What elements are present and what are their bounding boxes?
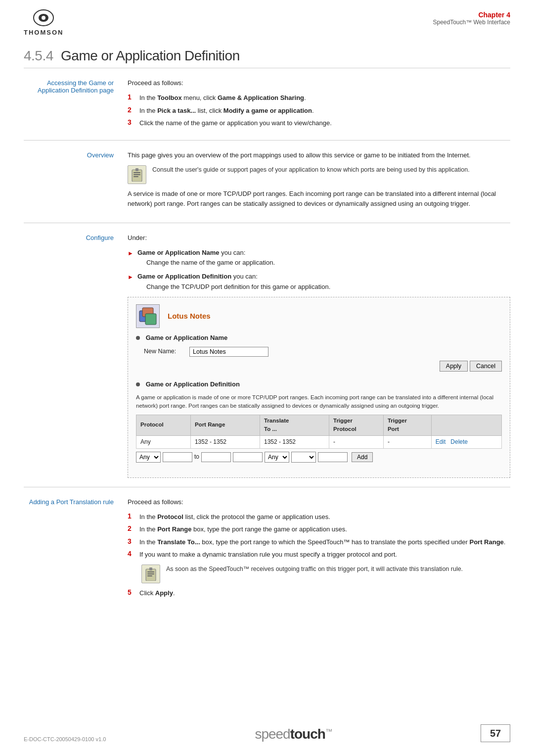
title-text: Game or Application Definition	[61, 48, 240, 63]
note-icon	[128, 165, 146, 184]
step-1: 1 In the Toolbox menu, click Game & Appl…	[128, 93, 510, 103]
bullet-dot-2	[136, 382, 140, 386]
step-1-num: 1	[128, 93, 136, 101]
page-number: 57	[481, 724, 510, 742]
accessing-label-text: Accessing the Game or Application Defini…	[38, 79, 114, 94]
sub-section-def-header: Game or Application Definition	[136, 379, 502, 389]
edit-link[interactable]: Edit	[436, 438, 446, 445]
svg-rect-12	[147, 571, 154, 572]
sub-section-def-label: Game or Application Definition	[146, 380, 240, 388]
footer-logo: speedtouch™	[106, 726, 481, 742]
page-footer: E-DOC-CTC-20050429-0100 v1.0 speedtouch™…	[0, 724, 534, 742]
adding-step-5-list: 5 Click Apply.	[128, 588, 510, 598]
svg-rect-4	[134, 172, 140, 173]
app-box-icon	[136, 304, 160, 328]
overview-para1: This page gives you an overview of the p…	[128, 150, 510, 160]
configure-item-1-text: Game or Application Name you can: Change…	[137, 248, 275, 268]
new-name-input[interactable]	[189, 347, 268, 357]
table-header-row: Protocol Port Range TranslateTo ... Trig…	[136, 415, 502, 436]
accessing-content: Proceed as follows: 1 In the Toolbox men…	[128, 78, 510, 131]
delete-link[interactable]: Delete	[450, 438, 468, 445]
protocol-select[interactable]: Any TCP UDP	[136, 452, 161, 463]
arrow-icon-2: ►	[128, 273, 134, 282]
add-button[interactable]: Add	[352, 452, 373, 462]
table-row: Any 1352 - 1352 1352 - 1352 - - Edit Del…	[136, 436, 502, 449]
configure-label: Configure	[24, 233, 128, 478]
col-trigger-port: TriggerPort	[383, 415, 431, 436]
trigger-protocol-select[interactable]: Any TCP UDP	[265, 452, 289, 463]
bullet-dot-1	[136, 336, 140, 340]
add-row: Any TCP UDP to Any TCP UDP	[136, 452, 502, 463]
overview-note-box: Consult the user's guide or support page…	[128, 165, 510, 184]
lotus-notes-icon	[138, 307, 157, 326]
notepad-icon-2	[144, 567, 158, 581]
col-protocol: Protocol	[136, 415, 191, 436]
app-box-name: Lotus Notes	[168, 310, 211, 322]
port-table: Protocol Port Range TranslateTo ... Trig…	[136, 415, 502, 449]
app-box-title: Lotus Notes	[136, 304, 502, 328]
configure-item-1-sub: Change the name of the game or applicati…	[146, 258, 275, 268]
cell-translate-to: 1352 - 1352	[260, 436, 329, 449]
port-to-input[interactable]	[201, 452, 231, 462]
adding-step-4-text: If you want to make a dynamic translatio…	[139, 550, 397, 560]
adding-step-5-text: Click Apply.	[139, 588, 175, 598]
chapter-sub: SpeedTouch™ Web Interface	[433, 19, 510, 26]
apply-button[interactable]: Apply	[440, 361, 468, 372]
svg-rect-3	[132, 170, 142, 182]
adding-step-5-num: 5	[128, 588, 136, 596]
app-box: Lotus Notes Game or Application Name New…	[128, 297, 510, 478]
step-2-text: In the Pick a task... list, click Modify…	[139, 106, 314, 116]
adding-step-5: 5 Click Apply.	[128, 588, 510, 598]
overview-section: Overview This page gives you an overview…	[24, 140, 510, 223]
adding-content: Proceed as follows: 1 In the Protocol li…	[128, 497, 510, 601]
notepad-icon	[130, 168, 144, 182]
chapter-number: 4.5.4	[24, 48, 53, 63]
svg-rect-10	[145, 314, 156, 325]
configure-item-2-sub: Change the TCP/UDP port definition for t…	[146, 282, 330, 292]
adding-step-2-text: In the Port Range box, type the port ran…	[139, 524, 347, 534]
adding-step-1-num: 1	[128, 512, 136, 520]
svg-rect-5	[134, 174, 140, 175]
header-right: Chapter 4 SpeedTouch™ Web Interface	[433, 9, 510, 26]
adding-step-4-num: 4	[128, 550, 136, 558]
configure-item-2-text: Game or Application Definition you can: …	[137, 272, 330, 291]
cell-edit-delete: Edit Delete	[431, 436, 501, 449]
svg-rect-14	[147, 575, 152, 576]
configure-item-2: ► Game or Application Definition you can…	[128, 272, 510, 291]
cell-trigger-protocol: -	[329, 436, 384, 449]
step-2: 2 In the Pick a task... list, click Modi…	[128, 106, 510, 116]
adding-step-4: 4 If you want to make a dynamic translat…	[128, 550, 510, 560]
sub-section-name-label: Game or Application Name	[146, 334, 228, 341]
adding-steps: 1 In the Protocol list, click the protoc…	[128, 512, 510, 560]
adding-section: Adding a Port Translation rule Proceed a…	[24, 487, 510, 610]
page-title-section: 4.5.4 Game or Application Definition	[0, 36, 534, 68]
new-name-label: New Name:	[144, 347, 183, 356]
adding-step-2-num: 2	[128, 524, 136, 532]
cancel-button[interactable]: Cancel	[470, 361, 502, 372]
trigger-port-select[interactable]	[291, 452, 316, 463]
col-trigger-protocol: TriggerProtocol	[329, 415, 384, 436]
speedtouch-bold: touch	[290, 726, 325, 742]
svg-rect-7	[135, 168, 138, 171]
page-title: 4.5.4 Game or Application Definition	[24, 48, 510, 64]
col-translate-to: TranslateTo ...	[260, 415, 329, 436]
adding-note-text: As soon as the SpeedTouch™ receives outg…	[166, 565, 463, 574]
sub-section-def: Game or Application Definition A game or…	[136, 379, 502, 463]
logo-text: THOMSON	[24, 29, 63, 36]
step-1-text: In the Toolbox menu, click Game & Applic…	[139, 93, 306, 103]
adding-step-3: 3 In the Translate To... box, type the p…	[128, 537, 510, 547]
trigger-port-input[interactable]	[318, 452, 348, 462]
accessing-intro: Proceed as follows:	[128, 78, 510, 88]
adding-label: Adding a Port Translation rule	[24, 497, 128, 601]
port-from-input[interactable]	[163, 452, 192, 462]
overview-content: This page gives you an overview of the p…	[128, 150, 510, 214]
adding-label-text: Adding a Port Translation rule	[29, 498, 114, 506]
adding-note-box: As soon as the SpeedTouch™ receives outg…	[141, 565, 510, 583]
translate-to-input[interactable]	[233, 452, 263, 462]
overview-para2: A service is made of one or more TCP/UDP…	[128, 189, 510, 209]
col-port-range: Port Range	[190, 415, 260, 436]
sub-section-name: Game or Application Name New Name: Apply…	[136, 333, 502, 372]
col-actions	[431, 415, 501, 436]
speedtouch-light: speed	[255, 726, 290, 742]
step-3: 3 Click the name of the game or applicat…	[128, 118, 510, 128]
